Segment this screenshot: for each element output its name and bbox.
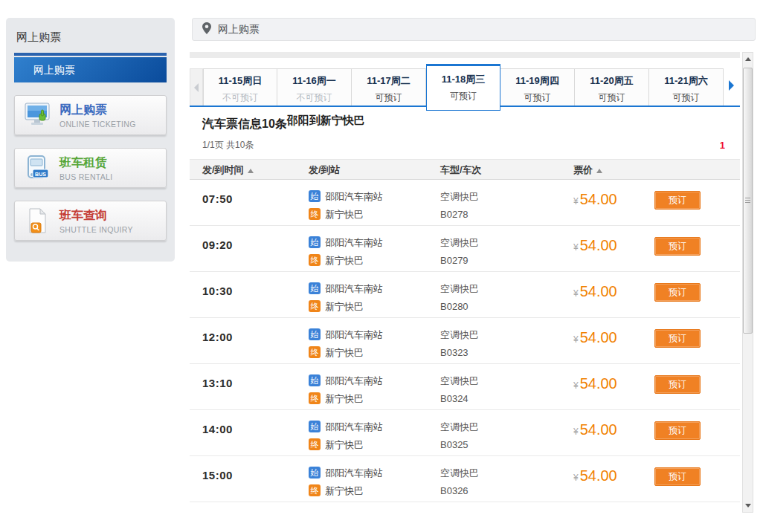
tabs-prev-button[interactable] <box>190 68 203 107</box>
destination-station: 新宁快巴 <box>325 347 364 358</box>
sort-asc-icon <box>596 169 602 173</box>
origin-station: 邵阳汽车南站 <box>325 237 383 248</box>
arrow-down-icon <box>745 504 751 507</box>
book-button[interactable]: 预订 <box>654 237 701 256</box>
date-tab[interactable]: 11-18周三 可预订 <box>426 64 500 111</box>
origin-badge: 始 <box>309 374 321 386</box>
date-tabs: 11-15周日 不可预订 11-16周一 不可预订 11-17周二 可预订 11… <box>190 59 740 107</box>
price-cell: ¥54.00 <box>573 226 654 271</box>
destination-station: 新宁快巴 <box>325 485 364 496</box>
bus-type: 空调快巴 <box>440 464 573 482</box>
tab-status: 可预订 <box>575 91 648 104</box>
table-row: 09:20 始邵阳汽车南站 终新宁快巴 空调快巴 B0279 ¥54.00 预订 <box>190 226 740 272</box>
destination-station: 新宁快巴 <box>325 439 364 450</box>
table-row: 15:00 始邵阳汽车南站 终新宁快巴 空调快巴 B0326 ¥54.00 预订 <box>190 456 740 502</box>
departure-time: 13:10 <box>202 364 309 409</box>
table-row: 14:00 始邵阳汽车南站 终新宁快巴 空调快巴 B0325 ¥54.00 预订 <box>190 410 740 456</box>
arrow-up-icon <box>745 57 751 61</box>
page: 网上购票 网上购票 网上购票 ONLINE TICKE <box>0 0 763 532</box>
bus-type: 空调快巴 <box>440 418 573 436</box>
sidebar: 网上购票 网上购票 网上购票 ONLINE TICKE <box>6 18 175 262</box>
stations-cell: 始邵阳汽车南站 终新宁快巴 <box>309 364 440 409</box>
sidebar-item-sublabel: ONLINE TICKETING <box>59 120 136 129</box>
book-button[interactable]: 预订 <box>654 467 701 486</box>
scroll-up-button[interactable] <box>743 53 753 65</box>
bus-type: 空调快巴 <box>440 372 573 390</box>
bus-number: B0279 <box>440 252 573 270</box>
route-title: 邵阳到新宁快巴 <box>287 114 365 126</box>
departure-time: 12:00 <box>202 318 309 363</box>
origin-badge: 始 <box>309 328 321 340</box>
date-tab[interactable]: 11-19周四 可预订 <box>500 68 575 107</box>
origin-station: 邵阳汽车南站 <box>325 375 383 386</box>
origin-station: 邵阳汽车南站 <box>325 421 383 432</box>
column-header-bus-type: 车型/车次 <box>440 160 573 181</box>
date-tab[interactable]: 11-16周一 不可预订 <box>277 68 352 107</box>
ticket-price: 54.00 <box>580 237 617 253</box>
actions-cell: 预订 <box>654 226 740 271</box>
tabs-next-button[interactable] <box>724 64 738 107</box>
column-header-stations: 发/到站 <box>309 160 440 181</box>
date-tab[interactable]: 11-20周五 可预订 <box>575 68 649 107</box>
results-count-title: 汽车票信息10条 <box>202 117 287 130</box>
tab-date: 11-15周日 <box>204 74 277 88</box>
scrollbar-thumb[interactable] <box>743 68 753 334</box>
tab-date: 11-18周三 <box>427 73 500 86</box>
column-header-label: 车型/车次 <box>440 164 482 175</box>
book-button[interactable]: 预订 <box>654 421 701 440</box>
ticket-price: 54.00 <box>580 375 617 392</box>
date-tab[interactable]: 11-21周六 可预订 <box>649 68 724 107</box>
stations-cell: 始邵阳汽车南站 终新宁快巴 <box>309 456 440 502</box>
scroll-down-button[interactable] <box>743 500 753 511</box>
actions-cell: 预订 <box>654 272 740 317</box>
origin-badge: 始 <box>309 421 321 432</box>
chevron-right-icon <box>729 80 734 91</box>
bus-type-cell: 空调快巴 B0278 <box>440 180 573 225</box>
destination-badge: 终 <box>309 346 321 358</box>
tab-date: 11-17周二 <box>352 74 425 88</box>
sidebar-item-shuttle-inquiry[interactable]: 班车查询 SHUTTLE INQUIRY <box>14 201 167 241</box>
sidebar-active-item[interactable]: 网上购票 <box>14 57 167 82</box>
date-tab[interactable]: 11-15周日 不可预订 <box>203 68 277 107</box>
destination-station: 新宁快巴 <box>325 255 364 266</box>
sidebar-item-bus-rental[interactable]: BUS 班车租赁 BUS RENTALI <box>14 148 167 188</box>
scrollbar[interactable] <box>742 52 753 513</box>
origin-badge: 始 <box>309 236 321 248</box>
column-header-label: 发/到站 <box>309 164 341 175</box>
column-header-time[interactable]: 发/到时间 <box>202 160 309 181</box>
column-header-price[interactable]: 票价 <box>573 160 654 181</box>
departure-time: 07:50 <box>202 180 309 225</box>
tabs-scroll: 11-15周日 不可预订 11-16周一 不可预订 11-17周二 可预订 11… <box>203 64 724 107</box>
table-row: 07:50 始邵阳汽车南站 终新宁快巴 空调快巴 B0278 ¥54.00 预订 <box>190 180 740 226</box>
sidebar-divider <box>14 53 167 56</box>
origin-station: 邵阳汽车南站 <box>325 329 383 340</box>
origin-station: 邵阳汽车南站 <box>325 283 383 294</box>
stations-cell: 始邵阳汽车南站 终新宁快巴 <box>309 318 440 363</box>
currency-symbol: ¥ <box>573 473 579 483</box>
date-tab[interactable]: 11-17周二 可预订 <box>352 68 426 107</box>
book-button[interactable]: 预订 <box>654 375 701 394</box>
ticket-price: 54.00 <box>580 467 617 484</box>
destination-badge: 终 <box>309 208 321 220</box>
destination-badge: 终 <box>309 300 321 312</box>
sidebar-item-text: 网上购票 ONLINE TICKETING <box>59 103 136 129</box>
ticket-table: 07:50 始邵阳汽车南站 终新宁快巴 空调快巴 B0278 ¥54.00 预订… <box>190 180 740 502</box>
sidebar-item-label: 网上购票 <box>59 103 136 118</box>
breadcrumb: 网上购票 <box>218 23 260 36</box>
origin-station: 邵阳汽车南站 <box>325 467 383 479</box>
page-number[interactable]: 1 <box>720 140 725 151</box>
book-button[interactable]: 预订 <box>654 283 701 302</box>
bus-type: 空调快巴 <box>440 234 573 252</box>
book-button[interactable]: 预订 <box>654 191 701 210</box>
tabbar-top-strip <box>190 52 740 58</box>
bus-number: B0323 <box>440 344 573 362</box>
map-pin-icon <box>202 22 212 38</box>
tab-date: 11-19周四 <box>500 74 574 88</box>
bus-number: B0326 <box>440 482 573 500</box>
sidebar-item-online-ticketing[interactable]: 网上购票 ONLINE TICKETING <box>14 95 167 135</box>
destination-badge: 终 <box>309 254 321 266</box>
book-button[interactable]: 预订 <box>654 329 701 348</box>
stations-cell: 始邵阳汽车南站 终新宁快巴 <box>309 180 440 225</box>
bus-type-cell: 空调快巴 B0325 <box>440 410 573 455</box>
tab-status: 不可预订 <box>204 91 277 104</box>
